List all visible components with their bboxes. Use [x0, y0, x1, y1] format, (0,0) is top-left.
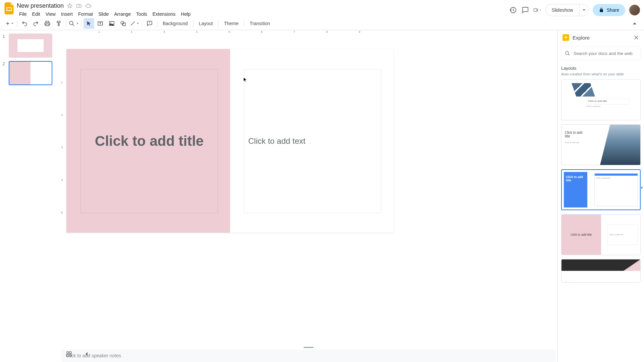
slides-logo[interactable]: [4, 2, 14, 15]
svg-rect-7: [123, 23, 125, 25]
move-icon[interactable]: [76, 2, 83, 9]
svg-rect-10: [67, 355, 68, 356]
cloud-icon[interactable]: [85, 2, 92, 9]
image-tool[interactable]: [106, 18, 117, 29]
slideshow-dropdown[interactable]: [579, 4, 588, 16]
body-placeholder[interactable]: Click to add text: [244, 69, 381, 213]
transition-button[interactable]: Transition: [246, 18, 273, 29]
notes-resize-handle[interactable]: [304, 347, 314, 348]
header-right: Slideshow Share: [509, 2, 640, 16]
user-avatar[interactable]: [629, 5, 640, 15]
svg-rect-1: [7, 8, 11, 10]
explore-panel: ✦ Explore Layouts Auto created from what…: [557, 30, 644, 362]
shape-tool[interactable]: [118, 18, 128, 29]
title-placeholder[interactable]: Click to add title: [80, 69, 218, 213]
history-icon[interactable]: [509, 6, 517, 14]
lock-icon: [599, 7, 604, 13]
slide-thumb-1[interactable]: [9, 34, 52, 58]
layout-suggestion-1[interactable]: Click to add title Click to add text: [561, 79, 641, 120]
share-label: Share: [607, 7, 619, 13]
svg-rect-11: [70, 355, 71, 356]
side-panel-toggle[interactable]: [639, 181, 644, 194]
body-text: Click to add text: [248, 136, 306, 146]
title-area: New presentation File Edit View Insert F…: [17, 2, 509, 18]
search-input[interactable]: [574, 51, 637, 56]
speaker-notes[interactable]: Click to add speaker notes: [61, 349, 556, 362]
thumb-number: 2: [3, 61, 7, 66]
share-button[interactable]: Share: [593, 4, 625, 16]
menu-tools[interactable]: Tools: [134, 10, 150, 18]
svg-point-2: [69, 21, 73, 25]
filmstrip: 1 2: [0, 30, 60, 362]
menu-slide[interactable]: Slide: [96, 10, 111, 18]
meet-icon[interactable]: [533, 6, 541, 14]
new-slide-button[interactable]: [4, 18, 15, 29]
textbox-tool[interactable]: [95, 18, 106, 29]
paint-format-button[interactable]: [53, 18, 64, 29]
grid-view-button[interactable]: [64, 349, 74, 359]
slideshow-button[interactable]: Slideshow: [546, 4, 579, 16]
comment-icon[interactable]: [521, 6, 529, 14]
explore-body: Layouts Auto created from what's on your…: [558, 62, 644, 362]
close-button[interactable]: [633, 35, 639, 41]
explore-search[interactable]: [561, 46, 641, 60]
svg-point-5: [110, 22, 111, 23]
slide-canvas[interactable]: Click to add title Click to add text: [66, 49, 393, 233]
slideshow-button-group: Slideshow: [545, 4, 589, 16]
menu-file[interactable]: File: [17, 10, 29, 18]
collapse-filmstrip-button[interactable]: [81, 349, 92, 359]
line-tool[interactable]: [129, 18, 140, 29]
svg-point-12: [566, 51, 569, 54]
menu-extensions[interactable]: Extensions: [150, 10, 178, 18]
app-header: New presentation File Edit View Insert F…: [0, 0, 644, 17]
main-area: 1 2 1 2 3 4 5 6 7 8 9 1 2 3 4 5: [0, 30, 644, 362]
menu-format[interactable]: Format: [76, 10, 95, 18]
menu-arrange[interactable]: Arrange: [112, 10, 133, 18]
thumb-number: 1: [3, 34, 7, 39]
vertical-ruler[interactable]: 1 2 3 4 5: [60, 36, 66, 362]
layout-button[interactable]: Layout: [196, 18, 216, 29]
menu-help[interactable]: Help: [178, 10, 193, 18]
background-button[interactable]: Background: [159, 18, 191, 29]
select-tool[interactable]: [84, 18, 94, 29]
layouts-heading: Layouts: [561, 66, 641, 71]
layout-suggestion-5[interactable]: Click to add title Click to add text: [561, 259, 641, 283]
print-button[interactable]: [42, 18, 53, 29]
title-text: Click to add title: [95, 133, 204, 149]
layout-suggestion-2[interactable]: Click to add title Click to add text: [561, 124, 641, 165]
layouts-subheading: Auto created from what's on your slide: [561, 72, 641, 76]
horizontal-ruler[interactable]: 1 2 3 4 5 6 7 8 9: [66, 30, 557, 36]
star-icon[interactable]: [66, 2, 73, 9]
svg-rect-9: [70, 352, 71, 353]
menu-bar: File Edit View Insert Format Slide Arran…: [17, 10, 509, 18]
toolbar: Background Layout Theme Transition: [0, 17, 644, 30]
layout-suggestion-4[interactable]: Click to add title Click to add text: [561, 214, 641, 255]
slide-thumb-2[interactable]: [9, 61, 52, 85]
layout-suggestion-3[interactable]: Click to add title Click to add text: [561, 169, 641, 210]
theme-button[interactable]: Theme: [221, 18, 242, 29]
menu-edit[interactable]: Edit: [30, 10, 43, 18]
zoom-button[interactable]: [68, 18, 79, 29]
menu-insert[interactable]: Insert: [59, 10, 75, 18]
search-icon: [565, 51, 570, 56]
redo-button[interactable]: [31, 18, 41, 29]
menu-view[interactable]: View: [43, 10, 58, 18]
explore-title: Explore: [573, 35, 630, 41]
canvas-area: 1 2 3 4 5 6 7 8 9 1 2 3 4 5 Click to add…: [60, 30, 557, 362]
doc-title[interactable]: New presentation: [17, 2, 64, 9]
comment-tool[interactable]: [144, 18, 155, 29]
undo-button[interactable]: [19, 18, 30, 29]
explore-icon: ✦: [562, 34, 569, 41]
collapse-toolbar-button[interactable]: [629, 18, 640, 29]
svg-rect-8: [67, 352, 68, 353]
